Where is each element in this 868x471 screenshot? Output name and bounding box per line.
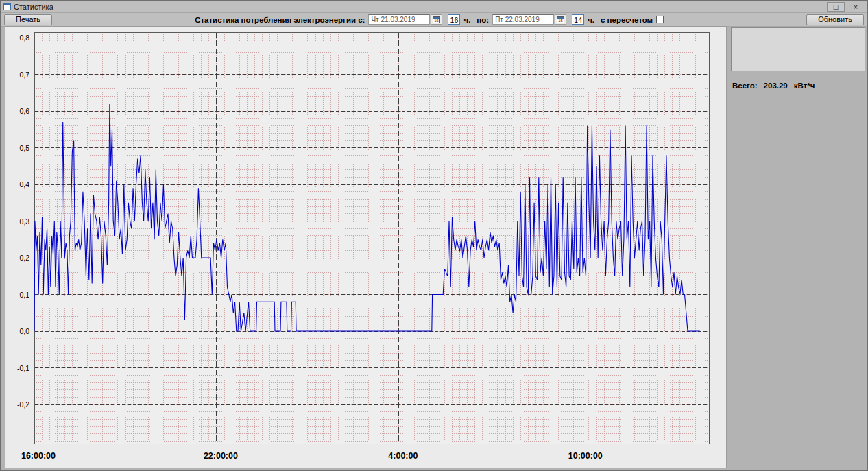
consumption-chart: 0,80,70,60,50,40,30,20,10,0-0,1-0,216:00…	[5, 27, 726, 468]
hours-label-to: ч.	[588, 16, 594, 24]
svg-text:0,2: 0,2	[19, 254, 29, 262]
svg-text:-0,1: -0,1	[17, 364, 29, 372]
refresh-button[interactable]: Обновить	[806, 14, 864, 25]
period-controls: Статистика потребления электроэнергии с:…	[195, 14, 664, 25]
total-line: Всего: 203.29 кВт*ч	[731, 82, 865, 90]
svg-text:0,1: 0,1	[19, 291, 29, 299]
svg-text:0,3: 0,3	[19, 217, 29, 226]
date-from-calendar-button[interactable]: 15	[431, 14, 442, 25]
svg-text:0,6: 0,6	[19, 107, 29, 115]
total-value: 203.29	[764, 82, 788, 90]
hours-label-from: ч.	[463, 16, 470, 24]
toolbar: Печать Статистика потребления электроэне…	[1, 13, 867, 27]
app-icon	[3, 3, 11, 10]
window-controls: – □ ×	[807, 2, 865, 12]
total-unit: кВт*ч	[794, 82, 815, 90]
date-to-input[interactable]	[492, 14, 554, 25]
svg-text:0,8: 0,8	[19, 34, 29, 42]
svg-text:0,0: 0,0	[19, 327, 29, 335]
close-button[interactable]: ×	[847, 2, 865, 12]
to-label: по:	[477, 16, 489, 24]
svg-text:10:00:00: 10:00:00	[568, 451, 603, 461]
recalc-checkbox[interactable]	[656, 16, 664, 23]
svg-text:15: 15	[435, 19, 439, 23]
calendar-icon: 15	[433, 16, 440, 23]
svg-text:0,4: 0,4	[19, 180, 29, 189]
right-sidebar: Всего: 203.29 кВт*ч	[731, 27, 865, 90]
legend-box	[731, 27, 865, 71]
recalc-label: с пересчетом	[601, 16, 653, 24]
svg-text:0,5: 0,5	[19, 144, 29, 152]
titlebar: Статистика – □ ×	[1, 1, 867, 13]
minimize-button[interactable]: –	[807, 2, 825, 12]
print-button[interactable]: Печать	[4, 14, 52, 25]
svg-text:16:00:00: 16:00:00	[21, 451, 56, 461]
date-to-calendar-button[interactable]: 15	[555, 14, 566, 25]
svg-text:15: 15	[558, 19, 563, 23]
hour-to-input[interactable]	[572, 14, 584, 25]
svg-text:4:00:00: 4:00:00	[388, 451, 418, 461]
calendar-icon: 15	[557, 16, 564, 23]
window-title: Статистика	[14, 3, 53, 11]
chart-panel: 0,80,70,60,50,40,30,20,10,0-0,1-0,216:00…	[5, 26, 727, 468]
svg-text:0,7: 0,7	[19, 71, 29, 79]
header-label: Статистика потребления электроэнергии с:	[195, 16, 365, 24]
svg-text:22:00:00: 22:00:00	[204, 451, 238, 461]
svg-text:-0,2: -0,2	[17, 400, 29, 409]
date-from-input[interactable]	[368, 14, 430, 25]
app-window: Статистика – □ × Печать Статистика потре…	[0, 0, 868, 471]
total-label: Всего:	[732, 82, 758, 90]
hour-from-input[interactable]	[448, 14, 460, 25]
maximize-button[interactable]: □	[827, 2, 845, 12]
